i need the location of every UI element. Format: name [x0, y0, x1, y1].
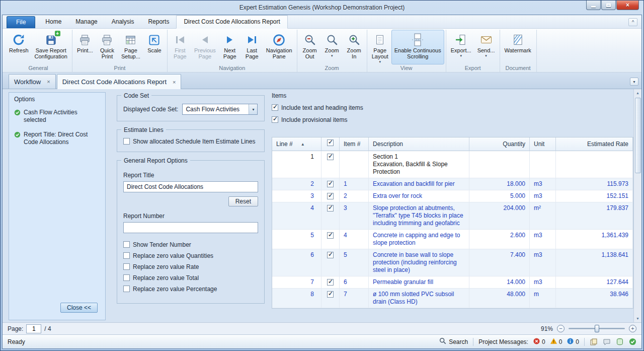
row-checkbox[interactable]	[327, 232, 334, 239]
row-checkbox[interactable]	[327, 279, 334, 286]
green-check-icon	[14, 131, 21, 146]
table-row[interactable]: 54Concrete in capping and edge to slope …	[272, 230, 633, 249]
page-setup-button[interactable]: Page Setup...	[118, 30, 143, 64]
row-checkbox[interactable]	[327, 193, 334, 199]
tab-report-context[interactable]: Direct Cost Code Allocations Report	[176, 15, 287, 29]
reset-button[interactable]: Reset	[228, 196, 258, 206]
row-checkbox[interactable]	[327, 154, 334, 160]
last-page-button[interactable]: Last Page	[241, 30, 263, 64]
scroll-up-button[interactable]: ▲	[634, 89, 641, 97]
warning-messages-indicator[interactable]: 0	[550, 338, 562, 346]
row-checkbox[interactable]	[327, 252, 334, 258]
navigation-pane-button[interactable]: Navigation Pane	[263, 30, 295, 64]
estimate-lines-group-title: Estimate Lines	[121, 126, 166, 133]
cell-selected[interactable]	[321, 276, 340, 289]
row-checkbox[interactable]	[327, 291, 334, 298]
tab-manage[interactable]: Manage	[68, 16, 104, 28]
tab-workflow[interactable]: Workflow ×	[9, 74, 56, 89]
title-bar[interactable]: Expert Estimation Genesis (Workshop Demo…	[2, 1, 642, 15]
row-checkbox[interactable]	[327, 181, 334, 187]
column-header-item-number[interactable]: Item #	[340, 137, 369, 151]
cell-selected[interactable]	[321, 178, 340, 190]
displayed-code-set-combobox[interactable]: Cash Flow Activities ▾	[182, 104, 258, 115]
print-button[interactable]: Print...	[74, 30, 96, 64]
replace-zero-total-checkbox[interactable]: Replace zero value Total	[123, 274, 258, 282]
column-header-unit[interactable]: Unit	[530, 137, 556, 151]
zoom-in-slider-button[interactable]: +	[629, 325, 636, 332]
replace-zero-rate-checkbox[interactable]: Replace zero value Rate	[123, 263, 258, 271]
next-page-button[interactable]: Next Page	[219, 30, 241, 64]
save-report-configuration-button[interactable]: + Save Report Configuration	[32, 30, 70, 64]
close-tab-icon[interactable]: ×	[47, 79, 50, 85]
error-messages-indicator[interactable]: 0	[533, 338, 545, 346]
table-row[interactable]: 65Concrete in base wall to slope protect…	[272, 249, 633, 276]
column-header-quantity[interactable]: Quantity	[469, 137, 530, 151]
quick-print-button[interactable]: Quick Print	[96, 30, 118, 64]
cell-selected[interactable]	[321, 190, 340, 202]
files-button[interactable]	[590, 338, 598, 346]
cell-selected[interactable]	[321, 289, 340, 308]
export-button[interactable]: Export... ▾	[448, 30, 474, 64]
tab-analysis[interactable]: Analysis	[105, 16, 141, 28]
include-provisional-items-checkbox[interactable]: Include provisional items	[272, 116, 633, 124]
column-header-estimated-rate[interactable]: Estimated Rate	[556, 137, 633, 151]
tab-reports[interactable]: Reports	[141, 16, 176, 28]
scale-button[interactable]: Scale	[143, 30, 166, 64]
watermark-button[interactable]: Watermark	[502, 30, 534, 64]
zoom-slider-thumb[interactable]	[595, 325, 599, 332]
scrollbar-thumb[interactable]	[635, 98, 641, 173]
report-title-input[interactable]	[123, 181, 258, 192]
chevron-down-icon[interactable]: ▾	[249, 104, 257, 114]
page-number-input[interactable]	[26, 324, 41, 333]
first-page-button[interactable]: First Page	[169, 30, 191, 64]
maximize-button[interactable]	[601, 1, 616, 10]
cell-selected[interactable]	[321, 230, 340, 249]
replace-zero-percentage-checkbox[interactable]: Replace zero value Percentage	[123, 286, 258, 293]
send-button[interactable]: Send... ▾	[474, 30, 498, 64]
refresh-button[interactable]: Refresh	[6, 30, 32, 64]
table-row[interactable]: 1Section 1 Excavation, Backfill & Slope …	[272, 151, 633, 178]
previous-page-button[interactable]: Previous Page	[191, 30, 219, 64]
column-header-line-number[interactable]: Line # ▲	[272, 137, 321, 151]
select-all-checkbox[interactable]	[327, 139, 334, 146]
zoom-out-button[interactable]: Zoom Out	[299, 30, 321, 64]
include-text-heading-items-checkbox[interactable]: Include text and heading items	[272, 104, 633, 112]
minimize-button[interactable]	[586, 1, 601, 10]
comments-button[interactable]	[603, 338, 611, 346]
replace-zero-quantities-checkbox[interactable]: Replace zero value Quantities	[123, 252, 258, 260]
table-row[interactable]: 87ø 100 mm slotted PVC subsoil drain (Cl…	[272, 289, 633, 308]
info-messages-indicator[interactable]: 0	[567, 338, 579, 346]
page-layout-button[interactable]: Page Layout ▾	[369, 30, 391, 64]
collapse-ribbon-button[interactable]: ^	[628, 18, 637, 26]
zoom-out-slider-button[interactable]: −	[557, 325, 565, 332]
scroll-down-button[interactable]: ▼	[634, 315, 641, 322]
search-button[interactable]: Search	[439, 337, 468, 346]
tab-list-button[interactable]: ▼	[630, 78, 638, 86]
report-number-input[interactable]	[123, 222, 258, 233]
cell-selected[interactable]	[321, 249, 340, 276]
show-tender-number-checkbox[interactable]: Show Tender Number	[123, 241, 258, 249]
tab-file[interactable]: File	[7, 16, 35, 28]
vertical-scrollbar[interactable]: ▲ ▼	[633, 89, 641, 322]
tab-home[interactable]: Home	[38, 16, 68, 28]
close-panel-button[interactable]: Close <<	[60, 303, 98, 313]
database-button[interactable]	[616, 338, 624, 346]
cell-selected[interactable]	[321, 151, 340, 178]
tab-direct-cost-code-allocations-report[interactable]: Direct Cost Code Allocations Report ×	[57, 74, 182, 89]
close-button[interactable]: ×	[616, 1, 639, 10]
enable-continuous-scrolling-button[interactable]: Enable Continuous Scrolling	[391, 30, 444, 64]
page-label: Page:	[8, 325, 23, 332]
zoom-slider[interactable]	[569, 325, 625, 332]
row-checkbox[interactable]	[327, 205, 334, 212]
table-row[interactable]: 21Excavation and backfill for pier18.000…	[272, 178, 633, 190]
column-header-description[interactable]: Description	[369, 137, 469, 151]
table-row[interactable]: 43Slope protection at abutments, "Terraf…	[272, 202, 633, 230]
zoom-in-button[interactable]: Zoom In	[343, 30, 365, 64]
cell-selected[interactable]	[321, 202, 340, 230]
column-header-select-all[interactable]	[321, 137, 340, 151]
close-tab-icon[interactable]: ×	[173, 79, 176, 85]
table-row[interactable]: 32Extra over for rock5.000m3152.151	[272, 190, 633, 202]
zoom-button[interactable]: Zoom ▾	[321, 30, 343, 64]
table-row[interactable]: 76Permeable granular fill14.000m3127.644	[272, 276, 633, 289]
show-allocated-estimate-lines-checkbox[interactable]: Show allocated Schedule Item Estimate Li…	[123, 138, 258, 146]
